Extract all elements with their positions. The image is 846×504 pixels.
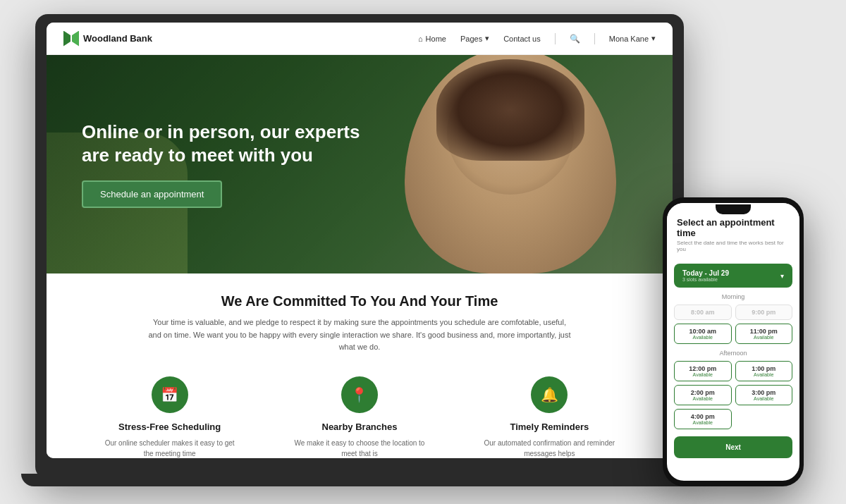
nav-divider-2	[594, 33, 595, 44]
phone-morning-label: Morning	[667, 293, 799, 300]
laptop: Woodland Bank ⌂ Home Pages ▾	[35, 14, 684, 479]
phone-notch	[716, 204, 751, 214]
phone-date-info: Today - Jul 29 3 slots available	[682, 269, 729, 282]
calendar-icon: 📅	[161, 386, 178, 403]
feature-scheduling-title: Stress-Free Scheduling	[118, 422, 221, 432]
phone-date-selector[interactable]: Today - Jul 29 3 slots available ▾	[674, 264, 792, 288]
time-slot-9pm[interactable]: 9:00 pm	[735, 305, 793, 320]
nav-link-contact[interactable]: Contact us	[503, 35, 541, 43]
feature-branches: 📍 Nearby Branches We make it easy to cho…	[289, 376, 430, 458]
time-avail: Available	[680, 420, 725, 425]
feature-branches-text: We make it easy to choose the location t…	[289, 438, 430, 458]
nav-user-name: Mona Kane	[609, 35, 649, 43]
bell-icon: 🔔	[541, 386, 558, 403]
nav-link-pages[interactable]: Pages ▾	[460, 34, 489, 43]
hero-content: Online or in person, our experts are rea…	[82, 121, 378, 208]
time-slot-3pm[interactable]: 3:00 pm Available	[735, 385, 793, 405]
phone-date-chevron-icon: ▾	[780, 272, 784, 280]
mobile-phone: Select an appointment time Select the da…	[663, 197, 804, 486]
time-slot-1pm[interactable]: 1:00 pm Available	[735, 361, 793, 381]
nav-logo: Woodland Bank	[63, 31, 152, 47]
time-value: 12:00 pm	[680, 365, 725, 372]
phone-date-text: Today - Jul 29	[682, 269, 729, 277]
branches-icon-circle: 📍	[341, 376, 378, 413]
hero-person-image	[405, 55, 616, 273]
time-avail: Available	[742, 396, 787, 401]
feature-reminders-title: Timely Reminders	[510, 422, 589, 432]
laptop-screen: Woodland Bank ⌂ Home Pages ▾	[47, 23, 673, 458]
nav-user[interactable]: Mona Kane ▾	[609, 34, 656, 43]
nav-brand-name: Woodland Bank	[83, 33, 152, 44]
commitment-title: We Are Committed To You And Your Time	[89, 293, 630, 309]
phone-morning-slots: 8:00 am 9:00 pm 10:00 am Available 11:00…	[667, 305, 799, 344]
hero-title: Online or in person, our experts are rea…	[82, 121, 378, 166]
time-avail: Available	[680, 396, 725, 401]
laptop-screen-bezel: Woodland Bank ⌂ Home Pages ▾	[47, 23, 673, 458]
schedule-appointment-button[interactable]: Schedule an appointment	[82, 180, 222, 208]
time-avail: Available	[680, 335, 725, 340]
time-slot-8am[interactable]: 8:00 am	[674, 305, 732, 320]
time-avail: Available	[742, 335, 787, 340]
time-avail: Available	[742, 372, 787, 377]
feature-scheduling: 📅 Stress-Free Scheduling Our online sche…	[99, 376, 240, 458]
time-slot-12pm[interactable]: 12:00 pm Available	[674, 361, 732, 381]
user-chevron-icon: ▾	[651, 34, 656, 43]
time-value: 1:00 pm	[742, 365, 787, 372]
time-value: 2:00 pm	[680, 389, 725, 396]
nav-divider	[555, 33, 556, 44]
commitment-text: Your time is valuable, and we pledge to …	[148, 316, 571, 354]
nav-links: ⌂ Home Pages ▾ Contact us 🔍	[418, 33, 656, 44]
time-slot-11pm[interactable]: 11:00 pm Available	[735, 324, 793, 344]
time-slot-2pm[interactable]: 2:00 pm Available	[674, 385, 732, 405]
time-value: 11:00 pm	[742, 328, 787, 335]
laptop-base	[21, 474, 698, 486]
phone-date-sub: 3 slots available	[682, 277, 729, 282]
time-value: 4:00 pm	[680, 413, 725, 420]
woodland-bank-logo-icon	[63, 31, 79, 47]
phone-body: Select an appointment time Select the da…	[663, 197, 804, 486]
scene: Woodland Bank ⌂ Home Pages ▾	[0, 0, 846, 504]
feature-scheduling-text: Our online scheduler makes it easy to ge…	[99, 438, 240, 458]
time-slot-4pm[interactable]: 4:00 pm Available	[674, 409, 732, 429]
search-icon[interactable]: 🔍	[570, 34, 580, 44]
reminders-icon-circle: 🔔	[531, 376, 568, 413]
phone-title: Select an appointment time	[677, 217, 790, 238]
time-value: 9:00 pm	[742, 309, 787, 316]
phone-afternoon-label: Afternoon	[667, 350, 799, 357]
time-value: 3:00 pm	[742, 389, 787, 396]
commitment-section: We Are Committed To You And Your Time Yo…	[47, 273, 673, 385]
navbar: Woodland Bank ⌂ Home Pages ▾	[47, 23, 673, 55]
scheduling-icon-circle: 📅	[152, 376, 188, 413]
time-avail: Available	[680, 372, 725, 377]
chevron-down-icon: ▾	[485, 34, 489, 43]
location-icon: 📍	[350, 386, 368, 403]
feature-branches-title: Nearby Branches	[322, 422, 398, 432]
phone-subtitle: Select the date and time the works best …	[677, 240, 790, 252]
nav-link-home[interactable]: ⌂ Home	[418, 35, 446, 43]
laptop-body: Woodland Bank ⌂ Home Pages ▾	[35, 14, 684, 479]
phone-afternoon-slots: 12:00 pm Available 1:00 pm Available 2:0…	[667, 361, 799, 429]
phone-next-button[interactable]: Next	[674, 436, 792, 458]
hero-section: Online or in person, our experts are rea…	[47, 55, 673, 273]
phone-screen: Select an appointment time Select the da…	[667, 203, 799, 481]
home-icon: ⌂	[418, 35, 423, 43]
feature-reminders-text: Our automated confirmation and reminder …	[479, 438, 620, 458]
time-value: 10:00 am	[680, 328, 725, 335]
time-slot-10am[interactable]: 10:00 am Available	[674, 324, 732, 344]
features-section: 📅 Stress-Free Scheduling Our online sche…	[47, 376, 673, 458]
time-value: 8:00 am	[680, 309, 725, 316]
feature-reminders: 🔔 Timely Reminders Our automated confirm…	[479, 376, 620, 458]
